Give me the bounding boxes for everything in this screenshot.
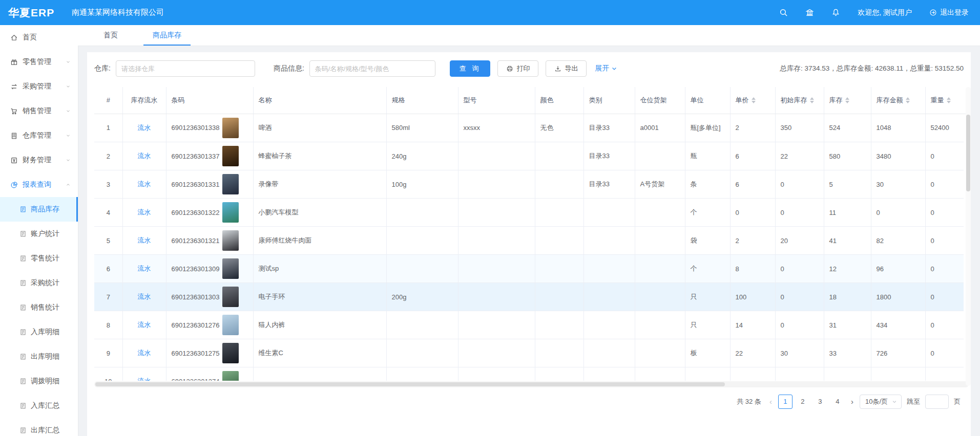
cell-name: 维生素C: [253, 339, 386, 367]
horizontal-scrollbar-thumb[interactable]: [95, 382, 725, 386]
table-row[interactable]: 1流水6901236301338啤酒580mlxxsxx无色目录33a0001瓶…: [94, 114, 964, 142]
flow-link[interactable]: 流水: [138, 377, 151, 381]
sidebar-subitem-入库汇总[interactable]: 入库汇总: [0, 394, 78, 418]
prev-page-button[interactable]: ‹: [768, 397, 773, 406]
table-row[interactable]: 6流水6901236301309测试sp个8012960: [94, 255, 964, 283]
flow-link[interactable]: 流水: [138, 152, 151, 160]
table-row[interactable]: 8流水6901236301276猫人内裤只140314340: [94, 311, 964, 339]
page-size-select[interactable]: 10条/页: [860, 395, 902, 409]
jump-page-input[interactable]: [925, 395, 949, 409]
table-body-scroll[interactable]: 1流水6901236301338啤酒580mlxxsxx无色目录33a0001瓶…: [94, 114, 964, 381]
sort-asc-icon[interactable]: [810, 97, 814, 100]
sort-desc-icon[interactable]: [906, 101, 910, 103]
sidebar-subitem-出库明细[interactable]: 出库明细: [0, 344, 78, 369]
page-button-4[interactable]: 4: [830, 395, 845, 409]
flow-link[interactable]: 流水: [138, 349, 151, 357]
sidebar-subitem-调拨明细[interactable]: 调拨明细: [0, 369, 78, 394]
sidebar-subitem-商品库存[interactable]: 商品库存: [0, 197, 78, 222]
warehouse-select[interactable]: [116, 60, 255, 77]
next-page-button[interactable]: ›: [850, 397, 854, 406]
sidebar-item-采购管理[interactable]: 采购管理: [0, 74, 78, 99]
table-row[interactable]: 7流水6901236301303电子手环200g只10001818000: [94, 283, 964, 311]
bank-icon[interactable]: [805, 8, 814, 17]
sort-desc-icon[interactable]: [752, 101, 756, 103]
flow-link[interactable]: 流水: [138, 180, 151, 188]
product-image[interactable]: [222, 146, 239, 166]
cell-flow: 流水: [122, 311, 166, 339]
export-button[interactable]: 导出: [546, 60, 587, 77]
sidebar-item-label: 采购管理: [23, 82, 51, 91]
sidebar-item-财务管理[interactable]: 财务管理: [0, 148, 78, 172]
column-header-库存金额[interactable]: 库存金额: [871, 87, 925, 114]
column-header-初始库存[interactable]: 初始库存: [775, 87, 824, 114]
table-row[interactable]: 4流水6901236301322小鹏汽车模型个001100: [94, 199, 964, 227]
column-header-单价[interactable]: 单价: [730, 87, 775, 114]
sidebar-subitem-出库汇总[interactable]: 出库汇总: [0, 418, 78, 436]
column-header-库存[interactable]: 库存: [824, 87, 871, 114]
product-image[interactable]: [222, 343, 239, 363]
welcome-user[interactable]: 欢迎您, 测试用户: [858, 8, 912, 17]
vertical-scrollbar[interactable]: [966, 87, 971, 386]
sort-asc-icon[interactable]: [845, 97, 849, 100]
sidebar-item-报表查询[interactable]: 报表查询: [0, 172, 78, 197]
vertical-scrollbar-thumb[interactable]: [966, 115, 970, 191]
bell-icon[interactable]: [831, 8, 840, 17]
sort-carets[interactable]: [810, 97, 814, 103]
sort-carets[interactable]: [845, 97, 849, 103]
tab-home[interactable]: 首页: [100, 25, 121, 46]
sidebar-item-首页[interactable]: 首页: [0, 25, 78, 50]
search-button[interactable]: 查 询: [450, 60, 491, 77]
sort-asc-icon[interactable]: [947, 97, 951, 100]
flow-link[interactable]: 流水: [138, 265, 151, 272]
product-image[interactable]: [222, 287, 239, 307]
product-image[interactable]: [222, 371, 239, 381]
sort-asc-icon[interactable]: [752, 97, 756, 100]
product-image[interactable]: [222, 230, 239, 251]
page-button-1[interactable]: 1: [778, 395, 793, 409]
page-button-3[interactable]: 3: [813, 395, 827, 409]
horizontal-scrollbar[interactable]: [94, 381, 969, 387]
flow-link[interactable]: 流水: [138, 208, 151, 216]
column-header-重量[interactable]: 重量: [925, 87, 969, 114]
table-row[interactable]: 9流水6901236301275维生素C板2230337260: [94, 339, 964, 367]
sidebar-item-销售管理[interactable]: 销售管理: [0, 99, 78, 123]
sort-carets[interactable]: [752, 97, 756, 103]
sort-desc-icon[interactable]: [845, 101, 849, 103]
product-info-input[interactable]: [309, 60, 435, 77]
product-image[interactable]: [222, 174, 239, 194]
sidebar-item-label: 销售管理: [23, 106, 51, 116]
sidebar-item-零售管理[interactable]: 零售管理: [0, 50, 78, 74]
flow-link[interactable]: 流水: [138, 124, 151, 132]
logout-button[interactable]: 退出登录: [929, 8, 969, 17]
sidebar-subitem-采购统计[interactable]: 采购统计: [0, 271, 78, 295]
cell-model: [458, 227, 535, 255]
sidebar-subitem-零售统计[interactable]: 零售统计: [0, 246, 78, 271]
table-row[interactable]: 2流水6901236301337蜂蜜柚子茶240g目录33瓶6225803480…: [94, 142, 964, 170]
sidebar-subitem-账户统计[interactable]: 账户统计: [0, 222, 78, 246]
sidebar-subitem-入库明细[interactable]: 入库明细: [0, 320, 78, 344]
table-row[interactable]: 5流水6901236301321康师傅红烧牛肉面袋22041820: [94, 227, 964, 255]
sort-carets[interactable]: [947, 97, 951, 103]
product-image[interactable]: [222, 118, 239, 138]
search-icon[interactable]: [779, 8, 788, 17]
flow-link[interactable]: 流水: [138, 321, 151, 329]
tab-product-inventory[interactable]: 商品库存: [150, 25, 184, 46]
sort-desc-icon[interactable]: [810, 101, 814, 103]
page-button-2[interactable]: 2: [796, 395, 810, 409]
flow-link[interactable]: 流水: [138, 236, 151, 244]
expand-toggle[interactable]: 展开: [595, 64, 617, 73]
cell-price: 8: [730, 255, 775, 283]
flow-link[interactable]: 流水: [138, 293, 151, 300]
product-image[interactable]: [222, 258, 239, 279]
sort-carets[interactable]: [906, 97, 910, 103]
sort-asc-icon[interactable]: [906, 97, 910, 100]
sidebar-subitem-销售统计[interactable]: 销售统计: [0, 295, 78, 320]
product-image[interactable]: [222, 315, 239, 335]
print-button[interactable]: 打印: [497, 60, 538, 77]
table-row[interactable]: 10流水6901236301274: [94, 367, 964, 381]
table-row[interactable]: 3流水6901236301331录像带100g目录33A号货架条605300: [94, 170, 964, 199]
product-image[interactable]: [222, 202, 239, 223]
sidebar-item-label: 零售管理: [23, 57, 51, 67]
sort-desc-icon[interactable]: [947, 101, 951, 103]
sidebar-item-仓库管理[interactable]: 仓库管理: [0, 123, 78, 148]
